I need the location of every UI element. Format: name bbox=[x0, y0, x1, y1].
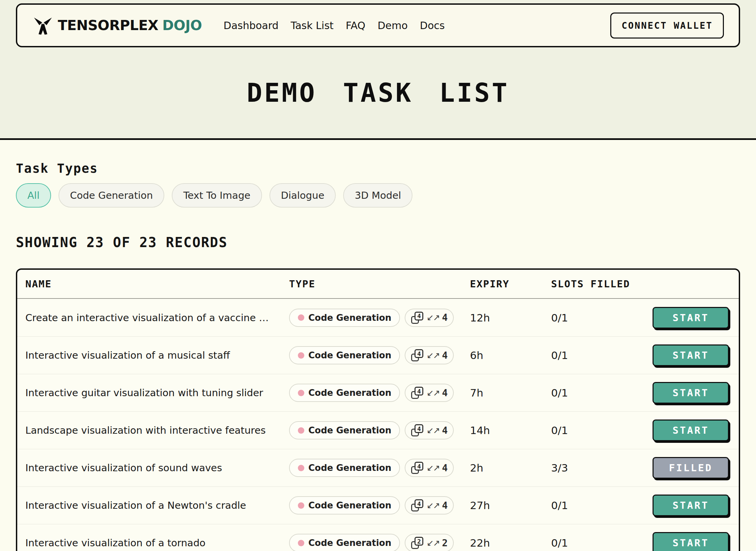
copies-count: 4 bbox=[415, 499, 423, 508]
filter-chip-dialogue[interactable]: Dialogue bbox=[269, 183, 336, 208]
task-meta-pill: 4 ↙↗ 4 bbox=[405, 459, 454, 477]
table-row: Interactive visualization of a tornado C… bbox=[17, 524, 739, 551]
slots-value: 0/1 bbox=[551, 537, 653, 549]
type-badge: Code Generation bbox=[289, 534, 400, 551]
task-name: Create an interactive visualization of a… bbox=[25, 312, 289, 324]
task-types-heading: Task Types bbox=[16, 161, 740, 176]
main-nav: DashboardTask ListFAQDemoDocs bbox=[223, 20, 610, 31]
task-name: Interactive visualization of a tornado bbox=[25, 537, 289, 549]
section-divider bbox=[0, 138, 756, 140]
copies-icon: 4 bbox=[411, 386, 424, 399]
task-type-cell: Code Generation 4 ↙↗ 4 bbox=[289, 384, 470, 402]
exchange-count: 4 bbox=[442, 350, 448, 361]
task-name: Interactive visualization of sound waves bbox=[25, 462, 289, 474]
exchange-arrows-icon: ↙↗ bbox=[426, 501, 439, 510]
tensorplex-logo-icon bbox=[33, 16, 52, 35]
start-button[interactable]: START bbox=[653, 495, 729, 516]
hero-zone: TENSORPLEX DOJO DashboardTask ListFAQDem… bbox=[0, 0, 756, 138]
type-badge: Code Generation bbox=[289, 384, 400, 402]
start-button[interactable]: START bbox=[653, 344, 729, 366]
filter-chip-text-to-image[interactable]: Text To Image bbox=[172, 183, 262, 208]
copies-count: 2 bbox=[415, 537, 423, 546]
type-badge: Code Generation bbox=[289, 459, 400, 477]
table-row: Interactive visualization of a musical s… bbox=[17, 336, 739, 374]
task-type-cell: Code Generation 4 ↙↗ 4 bbox=[289, 309, 470, 327]
copies-count: 4 bbox=[415, 349, 423, 358]
exchange-arrows-icon: ↙↗ bbox=[426, 389, 439, 397]
start-button[interactable]: START bbox=[653, 420, 729, 441]
type-badge: Code Generation bbox=[289, 421, 400, 439]
task-meta-pill: 2 ↙↗ 2 bbox=[405, 534, 454, 551]
exchange-count: 4 bbox=[442, 500, 448, 511]
copies-count: 4 bbox=[415, 312, 423, 320]
brand-primary-text: TENSORPLEX bbox=[58, 17, 158, 33]
task-type-cell: Code Generation 4 ↙↗ 4 bbox=[289, 346, 470, 364]
copies-count: 4 bbox=[415, 387, 423, 396]
copies-icon: 4 bbox=[411, 311, 424, 324]
brand[interactable]: TENSORPLEX DOJO bbox=[33, 16, 202, 35]
exchange-count: 4 bbox=[442, 312, 448, 323]
expiry-value: 7h bbox=[470, 387, 551, 399]
column-header-name: NAME bbox=[25, 278, 289, 290]
type-badge: Code Generation bbox=[289, 309, 400, 327]
slots-value: 0/1 bbox=[551, 312, 653, 324]
exchange-count: 4 bbox=[442, 387, 448, 399]
copies-count: 4 bbox=[415, 462, 423, 471]
nav-item-docs[interactable]: Docs bbox=[420, 20, 445, 31]
nav-item-faq[interactable]: FAQ bbox=[346, 20, 365, 31]
task-type-cell: Code Generation 4 ↙↗ 4 bbox=[289, 459, 470, 477]
connect-wallet-button[interactable]: CONNECT WALLET bbox=[610, 13, 724, 39]
type-label: Code Generation bbox=[308, 463, 391, 473]
type-label: Code Generation bbox=[308, 313, 391, 323]
nav-item-demo[interactable]: Demo bbox=[378, 20, 408, 31]
task-meta-pill: 4 ↙↗ 4 bbox=[405, 421, 454, 439]
type-label: Code Generation bbox=[308, 425, 391, 435]
type-badge: Code Generation bbox=[289, 496, 400, 514]
header: TENSORPLEX DOJO DashboardTask ListFAQDem… bbox=[16, 3, 740, 47]
brand-secondary-text: DOJO bbox=[162, 17, 202, 33]
slots-value: 3/3 bbox=[551, 462, 653, 474]
copies-icon: 4 bbox=[411, 461, 424, 474]
copies-icon: 2 bbox=[411, 536, 424, 549]
filter-chip-3d-model[interactable]: 3D Model bbox=[343, 183, 412, 208]
table-body: Create an interactive visualization of a… bbox=[17, 299, 739, 551]
task-name: Interactive visualization of a musical s… bbox=[25, 350, 289, 361]
table-row: Interactive visualization of a Newton's … bbox=[17, 486, 739, 524]
column-header-expiry: EXPIRY bbox=[470, 278, 551, 290]
type-label: Code Generation bbox=[308, 500, 391, 510]
start-button[interactable]: START bbox=[653, 307, 729, 329]
slots-value: 0/1 bbox=[551, 424, 653, 436]
type-badge: Code Generation bbox=[289, 346, 400, 364]
slots-value: 0/1 bbox=[551, 499, 653, 511]
hero: DEMO TASK LIST bbox=[0, 47, 756, 138]
filter-chip-all[interactable]: All bbox=[16, 183, 51, 208]
task-meta-pill: 4 ↙↗ 4 bbox=[405, 309, 454, 327]
copies-icon: 4 bbox=[411, 499, 424, 512]
slots-value: 0/1 bbox=[551, 387, 653, 399]
exchange-arrows-icon: ↙↗ bbox=[426, 539, 439, 547]
exchange-arrows-icon: ↙↗ bbox=[426, 426, 439, 435]
expiry-value: 6h bbox=[470, 349, 551, 361]
table-row: Create an interactive visualization of a… bbox=[17, 299, 739, 336]
nav-item-dashboard[interactable]: Dashboard bbox=[223, 20, 279, 31]
type-dot-icon bbox=[298, 540, 304, 546]
expiry-value: 22h bbox=[470, 537, 551, 549]
page-title: DEMO TASK LIST bbox=[247, 78, 510, 108]
exchange-arrows-icon: ↙↗ bbox=[426, 313, 439, 322]
table-row: Interactive guitar visualization with tu… bbox=[17, 374, 739, 411]
task-type-filter-group: AllCode GenerationText To ImageDialogue3… bbox=[16, 183, 740, 208]
start-button[interactable]: START bbox=[653, 532, 729, 551]
filter-chip-code-generation[interactable]: Code Generation bbox=[58, 183, 164, 208]
task-table: NAME TYPE EXPIRY SLOTS FILLED Create an … bbox=[16, 268, 740, 551]
task-name: Interactive visualization of a Newton's … bbox=[25, 500, 289, 511]
nav-item-task-list[interactable]: Task List bbox=[291, 20, 334, 31]
type-dot-icon bbox=[298, 352, 304, 359]
start-button[interactable]: START bbox=[653, 382, 729, 404]
type-label: Code Generation bbox=[308, 388, 391, 398]
type-label: Code Generation bbox=[308, 538, 391, 548]
column-header-type: TYPE bbox=[289, 278, 470, 290]
exchange-count: 2 bbox=[442, 537, 448, 549]
table-row: Landscape visualization with interactive… bbox=[17, 411, 739, 449]
type-label: Code Generation bbox=[308, 350, 391, 360]
column-header-slots: SLOTS FILLED bbox=[551, 278, 653, 290]
